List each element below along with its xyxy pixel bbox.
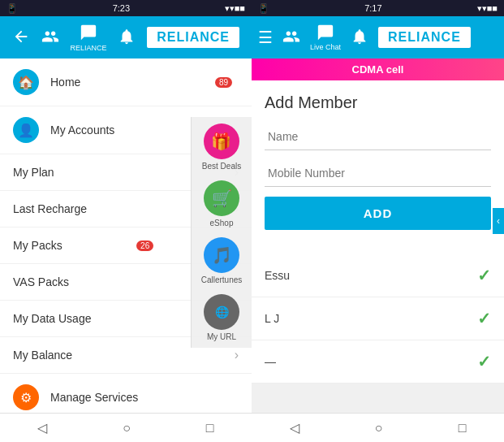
home-icon: 🏠 — [13, 69, 39, 95]
nav-label-my-data-usage: My Data Usage — [13, 312, 91, 325]
member-name-0: Essu — [265, 269, 290, 282]
check-icon-2: ✓ — [477, 352, 491, 371]
members-list: Essu ✓ L J ✓ — ✓ — [252, 254, 504, 384]
add-button[interactable]: ADD — [265, 197, 491, 230]
profile-icon-btn[interactable] — [41, 28, 59, 47]
home-nav-btn[interactable]: ○ — [113, 418, 140, 439]
r-bell-icon-btn[interactable] — [351, 28, 368, 47]
nav-label-my-balance: My Balance — [13, 349, 72, 362]
shortcut-label-best-deals: Best Deals — [202, 162, 241, 171]
r-home-nav-btn[interactable]: ○ — [365, 418, 393, 439]
left-status-time: 7:23 — [113, 3, 130, 13]
right-status-time: 7:17 — [364, 3, 381, 13]
right-shortcuts-panel: 🎁 Best Deals 🛒 eShop 🎵 Callertunes 🌐 My … — [191, 117, 252, 348]
left-status-icons: ▾▾■■ — [225, 3, 245, 14]
packs-badge: 26 — [136, 240, 153, 251]
accounts-icon: 👤 — [13, 117, 39, 143]
nav-label-home: Home — [50, 76, 80, 89]
best-deals-icon: 🎁 — [204, 124, 239, 159]
callertunes-icon: 🎵 — [204, 237, 239, 273]
nav-label-my-accounts: My Accounts — [50, 124, 114, 136]
right-panel: 📱 7:17 ▾▾■■ ☰ Live Chat RELIANCE CDMA ce… — [252, 0, 504, 442]
recents-nav-btn[interactable]: □ — [196, 418, 224, 439]
right-bottom-nav: ◁ ○ □ — [252, 413, 504, 442]
add-member-section: Add Member ADD — [252, 80, 504, 254]
check-icon-1: ✓ — [477, 309, 491, 328]
my-url-icon: 🌐 — [204, 294, 239, 330]
r-chat-icon-btn[interactable]: Live Chat — [310, 24, 341, 51]
shortcut-label-eshop: eShop — [210, 219, 234, 228]
right-status-icons: ▾▾■■ — [477, 3, 498, 14]
r-live-chat-label: Live Chat — [310, 43, 341, 51]
nav-label-my-packs: My Packs — [13, 239, 62, 252]
left-status-left: 📱 — [6, 3, 18, 14]
mobile-input[interactable] — [265, 160, 491, 187]
reliance-logo-right: RELIANCE — [378, 27, 471, 48]
right-top-bar: ☰ Live Chat RELIANCE — [252, 16, 504, 58]
nav-label-manage-services: Manage Services — [50, 391, 138, 404]
shortcut-label-callertunes: Callertunes — [201, 275, 243, 284]
shortcut-best-deals[interactable]: 🎁 Best Deals — [202, 124, 241, 171]
collapse-button[interactable]: ‹ — [493, 208, 504, 234]
left-bottom-nav: ◁ ○ □ — [0, 413, 252, 442]
r-recents-nav-btn[interactable]: □ — [449, 418, 476, 439]
live-chat-label: RELIANCE — [71, 44, 107, 52]
hamburger-menu[interactable]: ☰ — [258, 28, 273, 47]
chevron-icon-balance: › — [235, 348, 239, 362]
shortcut-callertunes[interactable]: 🎵 Callertunes — [201, 237, 243, 284]
right-content: CDMA cell Add Member ADD Essu ✓ L J ✓ — … — [252, 58, 504, 413]
back-button[interactable] — [12, 28, 30, 47]
cdma-banner: CDMA cell — [252, 58, 504, 80]
bell-icon-btn[interactable] — [118, 28, 136, 47]
r-profile-icon-btn[interactable] — [282, 28, 300, 47]
member-row-0: Essu ✓ — [252, 254, 504, 297]
member-name-1: L J — [265, 312, 279, 325]
shortcut-label-my-url: My URL — [207, 332, 236, 341]
home-badge: 89 — [215, 77, 232, 88]
shortcut-eshop[interactable]: 🛒 eShop — [204, 180, 239, 228]
nav-label-last-recharge: Last Recharge — [13, 202, 87, 215]
nav-label-vas-packs: VAS Packs — [13, 275, 69, 288]
nav-item-home[interactable]: 🏠 Home 89 — [0, 58, 252, 106]
right-status-bar: 📱 7:17 ▾▾■■ — [252, 0, 504, 16]
back-nav-btn[interactable]: ◁ — [28, 417, 57, 439]
add-member-title: Add Member — [265, 93, 491, 112]
nav-label-my-plan: My Plan — [13, 166, 54, 179]
eshop-icon: 🛒 — [204, 180, 239, 216]
r-back-nav-btn[interactable]: ◁ — [280, 417, 309, 439]
nav-item-manage-services[interactable]: ⚙ Manage Services — [0, 374, 252, 413]
manage-services-icon: ⚙ — [13, 384, 39, 410]
left-status-bar: 📱 7:23 ▾▾■■ — [0, 0, 252, 16]
name-input[interactable] — [265, 124, 491, 150]
shortcut-my-url[interactable]: 🌐 My URL — [204, 294, 239, 341]
chat-icon-btn[interactable]: RELIANCE — [71, 24, 107, 52]
left-panel: 📱 7:23 ▾▾■■ RELIANCE RELIANCE — [0, 0, 252, 442]
left-top-bar: RELIANCE RELIANCE — [0, 16, 252, 58]
member-row-1: L J ✓ — [252, 297, 504, 340]
reliance-logo-left: RELIANCE — [147, 27, 239, 48]
member-row-2: — ✓ — [252, 340, 504, 384]
check-icon-0: ✓ — [477, 266, 491, 285]
member-name-2: — — [265, 355, 276, 368]
right-status-left: 📱 — [258, 3, 269, 14]
